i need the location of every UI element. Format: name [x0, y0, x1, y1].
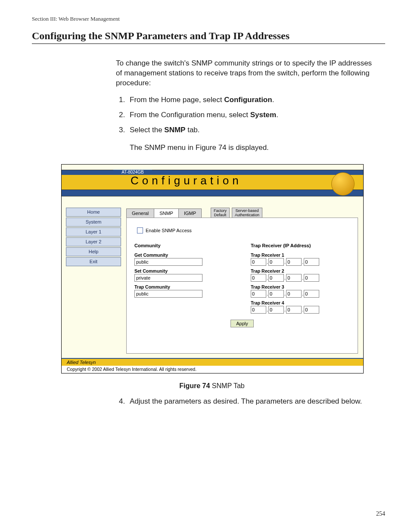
trap-receiver-1-o4[interactable]	[304, 258, 319, 266]
trap-receiver-1-o1[interactable]	[251, 258, 266, 266]
enable-snmp-label: Enable SNMP Access	[146, 228, 192, 233]
trap-receiver-4-o3[interactable]	[286, 306, 302, 314]
trap-receiver-3-label: Trap Receiver 3	[251, 284, 350, 289]
trap-receiver-1-o3[interactable]	[286, 258, 302, 266]
enable-snmp-row: Enable SNMP Access	[137, 227, 350, 233]
trap-receiver-4-o1[interactable]	[251, 306, 266, 314]
sidebar-item-help[interactable]: Help	[66, 247, 121, 256]
tab-server-l1: Server-based	[235, 208, 259, 213]
banner: AT-8024GB Configuration	[62, 165, 363, 202]
sidebar-item-system[interactable]: System	[66, 218, 121, 227]
set-community-label: Set Community	[134, 268, 234, 274]
tab-server-auth[interactable]: Server-based Authentication	[232, 208, 262, 218]
sidebar-item-layer2[interactable]: Layer 2	[66, 237, 121, 246]
trap-receiver-1-o2[interactable]	[268, 258, 284, 266]
step-2: From the Configuration menu, select Syst…	[127, 110, 377, 120]
trap-receiver-1-ip: ...	[251, 258, 350, 266]
trap-receiver-4-o4[interactable]	[304, 306, 319, 314]
step-1-bold: Configuration	[224, 96, 272, 104]
enable-snmp-checkbox[interactable]	[137, 227, 143, 233]
procedure-list-cont: Adjust the parameters as desired. The pa…	[116, 397, 377, 407]
step-3: Select the SNMP tab.	[127, 125, 377, 135]
figure-74: AT-8024GB Configuration Home System Laye…	[61, 164, 363, 390]
procedure-list: From the Home page, select Configuration…	[116, 95, 377, 135]
section-header: Section III: Web Browser Management	[32, 16, 385, 22]
trap-receiver-2-o3[interactable]	[286, 274, 302, 282]
trap-receiver-3-o1[interactable]	[251, 290, 266, 298]
snmp-panel: Enable SNMP Access Community Get Communi…	[126, 218, 358, 354]
trap-receiver-2-o4[interactable]	[304, 274, 319, 282]
intro-paragraph: To change the switch's SNMP community st…	[116, 59, 377, 88]
step-3-bold: SNMP	[164, 126, 185, 134]
figure-caption-rest: SNMP Tab	[210, 382, 244, 389]
sidebar-item-home[interactable]: Home	[66, 208, 121, 217]
tab-factory-l1: Factory	[214, 208, 227, 213]
step-2-text: From the Configuration menu, select	[130, 111, 250, 119]
trap-receiver-3-o2[interactable]	[268, 290, 284, 298]
content-area: General SNMP IGMP Factory Default Server…	[124, 202, 363, 358]
tab-server-l2: Authentication	[235, 213, 259, 217]
trap-community-label: Trap Community	[134, 284, 234, 289]
community-heading: Community	[134, 243, 234, 248]
tab-igmp[interactable]: IGMP	[178, 208, 202, 218]
trap-receiver-3-o4[interactable]	[304, 290, 319, 298]
trap-receiver-1-label: Trap Receiver 1	[251, 252, 350, 258]
tab-snmp[interactable]: SNMP	[154, 208, 179, 218]
snmp-config-ui: AT-8024GB Configuration Home System Laye…	[61, 164, 364, 373]
page-number: 254	[376, 510, 385, 517]
banner-title: Configuration	[131, 174, 242, 187]
tab-row: General SNMP IGMP Factory Default Server…	[126, 208, 358, 218]
banner-stripe-bot	[62, 190, 363, 196]
sidebar-item-exit[interactable]: Exit	[66, 257, 121, 266]
step-1: From the Home page, select Configuration…	[127, 95, 377, 105]
trap-receiver-3-o3[interactable]	[286, 290, 302, 298]
copyright: Copyright © 2002 Allied Telesyn Internat…	[62, 366, 363, 373]
set-community-input[interactable]	[134, 274, 202, 282]
globe-icon	[331, 172, 355, 196]
brand-name: Allied Telesyn	[67, 360, 96, 365]
get-community-input[interactable]	[134, 258, 202, 266]
step-3-followup: The SNMP menu in Figure 74 is displayed.	[130, 143, 377, 153]
trap-receiver-2-ip: ...	[251, 274, 350, 282]
step-3-text: Select the	[130, 126, 164, 134]
trap-receiver-heading: Trap Receiver (IP Address)	[251, 243, 350, 248]
community-column: Community Get Community Set Community Tr…	[134, 243, 234, 314]
apply-button[interactable]: Apply	[230, 320, 254, 327]
step-4: Adjust the parameters as desired. The pa…	[127, 397, 377, 407]
trap-receiver-column: Trap Receiver (IP Address) Trap Receiver…	[251, 243, 350, 314]
trap-community-input[interactable]	[134, 290, 202, 298]
tab-factory-l2: Default	[214, 213, 227, 217]
sidebar-item-layer1[interactable]: Layer 1	[66, 227, 121, 236]
trap-receiver-4-o2[interactable]	[268, 306, 284, 314]
figure-caption-bold: Figure 74	[179, 382, 210, 389]
trap-receiver-4-label: Trap Receiver 4	[251, 300, 350, 305]
brand-bar: Allied Telesyn	[62, 358, 363, 366]
tab-general[interactable]: General	[126, 208, 154, 218]
trap-receiver-2-o1[interactable]	[251, 274, 266, 282]
figure-caption: Figure 74 SNMP Tab	[61, 382, 363, 390]
page-title: Configuring the SNMP Parameters and Trap…	[32, 30, 385, 44]
get-community-label: Get Community	[134, 252, 234, 258]
trap-receiver-2-label: Trap Receiver 2	[251, 268, 350, 274]
tab-factory-default[interactable]: Factory Default	[211, 208, 230, 218]
step-2-bold: System	[250, 111, 276, 119]
trap-receiver-4-ip: ...	[251, 306, 350, 314]
sidebar: Home System Layer 1 Layer 2 Help Exit	[62, 202, 124, 358]
trap-receiver-3-ip: ...	[251, 290, 350, 298]
step-1-text: From the Home page, select	[130, 96, 224, 104]
trap-receiver-2-o2[interactable]	[268, 274, 284, 282]
